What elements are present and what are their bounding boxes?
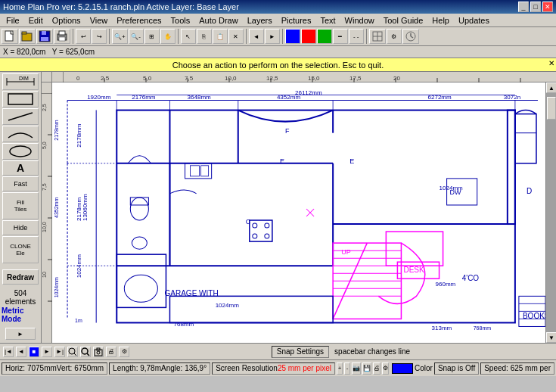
- color-box[interactable]: [392, 363, 413, 374]
- minimize-button[interactable]: _: [518, 2, 529, 12]
- svg-text:E: E: [280, 157, 284, 165]
- toolbar-extra3[interactable]: [402, 29, 419, 44]
- left-clone[interactable]: CLONE Ele: [2, 236, 39, 263]
- svg-text:2,5: 2,5: [101, 75, 110, 82]
- menu-layers[interactable]: Layers: [243, 15, 277, 26]
- close-button[interactable]: ✕: [542, 2, 553, 12]
- svg-point-89: [253, 234, 257, 238]
- toolbar-left-arrow[interactable]: ◄: [249, 29, 264, 44]
- svg-text:5,0: 5,0: [42, 142, 47, 149]
- menu-autodraw[interactable]: Auto Draw: [194, 15, 242, 26]
- zoom-in-btn[interactable]: +: [337, 362, 343, 375]
- export-print[interactable]: 🖨: [373, 362, 381, 375]
- left-toolbar: DIM A Fast Fill Tiles Hide CLONE Ele Red…: [0, 72, 42, 343]
- menu-help[interactable]: Help: [427, 15, 454, 26]
- vertical-scrollbar[interactable]: ▲ ▼: [545, 82, 556, 343]
- menu-preferences[interactable]: Preferences: [112, 15, 166, 26]
- left-arc[interactable]: [2, 126, 39, 142]
- svg-text:7,5: 7,5: [185, 75, 194, 82]
- menu-updates[interactable]: Updates: [454, 15, 494, 26]
- toolbar-open[interactable]: [19, 29, 36, 44]
- left-dim[interactable]: DIM: [2, 73, 39, 90]
- menubar: File Edit Options View Preferences Tools…: [0, 14, 556, 27]
- speed-section: Speed: 625 mm per: [480, 362, 554, 375]
- left-fast[interactable]: Fast: [2, 176, 39, 191]
- toolbar-paste[interactable]: 📋: [213, 29, 228, 44]
- toolbar-new[interactable]: [2, 29, 18, 44]
- toolbar-color1[interactable]: [285, 29, 300, 44]
- left-hide[interactable]: Hide: [2, 220, 39, 235]
- zoom-large[interactable]: [80, 347, 91, 357]
- left-rectangle[interactable]: [2, 91, 39, 107]
- menu-text[interactable]: Text: [315, 15, 340, 26]
- svg-text:1024mm: 1024mm: [54, 277, 59, 297]
- main-area: DIM A Fast Fill Tiles Hide CLONE Ele Red…: [0, 72, 556, 343]
- menu-view[interactable]: View: [85, 15, 113, 26]
- toolbar-save[interactable]: [36, 29, 53, 44]
- toolbar-undo[interactable]: ↩: [76, 29, 91, 44]
- toolbar-select[interactable]: ↖: [181, 29, 196, 44]
- toolbar-style[interactable]: - -: [349, 29, 364, 44]
- zoom-small[interactable]: [67, 347, 78, 357]
- toolbar-zoom-in[interactable]: 🔍+: [112, 29, 128, 44]
- menu-file[interactable]: File: [2, 15, 24, 26]
- toolbar-print[interactable]: [54, 29, 70, 44]
- scroll-down-button[interactable]: ▼: [546, 332, 556, 343]
- svg-point-90: [265, 234, 269, 238]
- maximize-button[interactable]: □: [530, 2, 541, 12]
- toolbar-right-arrow[interactable]: ►: [265, 29, 280, 44]
- nav-first[interactable]: |◄: [3, 347, 14, 357]
- toolbar-zoom-out[interactable]: 🔍-: [129, 29, 144, 44]
- nav-next[interactable]: ►: [42, 347, 52, 357]
- nav-stop[interactable]: ■: [29, 347, 39, 357]
- svg-text:0: 0: [76, 75, 80, 82]
- svg-point-153: [97, 351, 100, 354]
- svg-text:UP: UP: [341, 248, 351, 256]
- toolbar-color2[interactable]: [301, 29, 316, 44]
- scroll-track[interactable]: [546, 93, 556, 332]
- export-config[interactable]: ⚙: [382, 362, 389, 375]
- toolbar-delete[interactable]: ✕: [228, 29, 244, 44]
- nav-prev[interactable]: ◄: [16, 347, 26, 357]
- svg-point-81: [130, 198, 148, 220]
- toolbar-redo[interactable]: ↪: [92, 29, 107, 44]
- scroll-thumb[interactable]: [547, 97, 556, 120]
- canvas-area[interactable]: 0 2,5 5,0 7,5 10,0 12,5 15,0 17,5 20: [42, 72, 556, 343]
- svg-text:4352mm: 4352mm: [54, 198, 59, 218]
- left-line[interactable]: [2, 108, 39, 125]
- toolbar-extra2[interactable]: ⚙: [387, 29, 402, 44]
- toolbar-lineweight[interactable]: ━: [333, 29, 348, 44]
- zoom-out-btn[interactable]: -: [344, 362, 350, 375]
- left-circle[interactable]: [2, 143, 39, 160]
- menu-toolguide[interactable]: Tool Guide: [379, 15, 428, 26]
- left-text[interactable]: A: [2, 160, 39, 176]
- menu-edit[interactable]: Edit: [24, 15, 48, 26]
- toolbar-extra1[interactable]: [369, 29, 386, 44]
- export-file[interactable]: 💾: [362, 362, 371, 375]
- nav-last[interactable]: ►|: [54, 347, 65, 357]
- toolbar-pan[interactable]: ✋: [160, 29, 175, 44]
- svg-text:4'CO: 4'CO: [462, 274, 480, 282]
- floorplan[interactable]: 1920mm 2176mm 3648mm 4352mm 6272mm 3072n…: [52, 82, 545, 343]
- menu-window[interactable]: Window: [340, 15, 379, 26]
- export-img[interactable]: 📷: [352, 362, 361, 375]
- export-btn[interactable]: [93, 347, 104, 357]
- redraw-button[interactable]: Redraw: [2, 269, 39, 285]
- menu-options[interactable]: Options: [48, 15, 85, 26]
- infobar-close[interactable]: ✕: [548, 59, 554, 67]
- toolbar-color3[interactable]: [317, 29, 332, 44]
- toolbar-zoom-fit[interactable]: ⊞: [144, 29, 160, 44]
- toolbar-copy[interactable]: ⎘: [197, 29, 212, 44]
- scroll-up-button[interactable]: ▲: [546, 82, 556, 93]
- svg-text:10,0: 10,0: [225, 75, 237, 82]
- svg-line-149: [74, 353, 76, 356]
- svg-text:D: D: [526, 187, 532, 195]
- nav-right-arrow[interactable]: ►: [5, 328, 36, 340]
- svg-rect-84: [116, 254, 166, 307]
- left-fill[interactable]: Fill Tiles: [2, 192, 39, 219]
- print-btn[interactable]: 🖨: [106, 347, 116, 357]
- settings-btn[interactable]: ⚙: [119, 347, 129, 357]
- menu-tools[interactable]: Tools: [166, 15, 195, 26]
- menu-pictures[interactable]: Pictures: [277, 15, 316, 26]
- svg-text:313mm: 313mm: [432, 325, 452, 331]
